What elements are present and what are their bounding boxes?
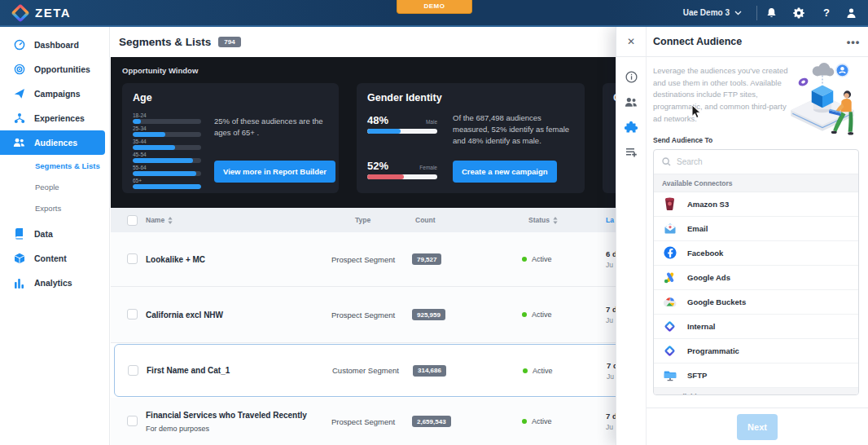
count-badge: 2,659,543 [412,416,451,427]
connector-label: Internal [687,322,715,331]
sort-icon [168,217,173,224]
top-navbar: ZETA DEMO Uae Demo 3 ? [0,0,868,27]
connector-label: Programmatic [687,346,739,355]
audience-people-icon[interactable] [625,95,638,108]
column-header-last-modified[interactable]: La [606,208,614,232]
connector-item-email[interactable]: Email [654,217,858,241]
column-header-count[interactable]: Count [415,208,436,232]
gender-bar-chart: 48%Male 52%Female [367,114,437,179]
segment-count-badge: 794 [218,37,240,47]
connectors-puzzle-icon[interactable] [625,121,638,134]
google-buckets-icon [663,295,677,309]
info-icon[interactable] [625,70,638,83]
mouse-cursor [691,104,701,122]
sidebar-item-label: Audiences [34,138,77,148]
sidebar-item-experiences[interactable]: Experiences [0,106,109,130]
view-report-builder-button[interactable]: View more in Report Builder [214,161,335,183]
sidebar-item-audiences[interactable]: Audiences [0,130,105,155]
zeta-diamond-icon [663,344,677,358]
sidebar-item-campaigns[interactable]: Campaigns [0,82,109,106]
zeta-logo[interactable]: ZETA [0,4,71,22]
column-header-name[interactable]: Name [146,208,173,232]
user-badge-icon [836,64,848,77]
brand-name: ZETA [35,6,71,20]
connector-item-google-ads[interactable]: Google Ads [654,266,858,290]
sftp-icon [663,368,677,382]
user-profile-icon[interactable] [840,0,868,25]
segment-name: California excl NHW [146,287,223,342]
connector-item-amazon-s3[interactable]: Amazon S3 [654,192,858,217]
row-checkbox[interactable] [127,416,138,426]
segment-name: Lookalike + MC [146,232,205,286]
campaigns-icon [13,88,25,99]
row-checkbox[interactable] [127,309,138,319]
connector-item-sftp[interactable]: SFTP [654,363,858,388]
demo-button[interactable]: DEMO [397,0,472,14]
connector-item-facebook[interactable]: Facebook [654,241,858,266]
count-badge: 314,686 [413,365,446,377]
segment-name: First Name and Cat_1 [147,345,230,396]
segment-subtitle: For demo purposes [146,425,209,433]
sidebar-subitem-label: People [35,183,59,192]
status-dot [522,419,527,424]
male-percent: 48% [367,114,388,126]
next-button[interactable]: Next [737,414,778,440]
row-checkbox[interactable] [127,253,138,264]
create-campaign-button[interactable]: Create a new campaign [453,161,557,183]
status-text: Active [532,417,552,425]
row-checkbox[interactable] [128,365,138,376]
sidebar-item-opportunities[interactable]: Opportunities [0,57,109,82]
more-options-icon[interactable]: ••• [839,36,868,48]
notifications-bell-icon[interactable] [757,0,785,25]
drawer-header: ✕ Connect Audience ••• [616,27,868,57]
sidebar-subitem-segments-lists[interactable]: Segments & Lists [0,155,109,176]
connector-item-google-buckets[interactable]: Google Buckets [654,290,858,315]
age-bar-chart: 18-24 25-34 35-44 45-54 55-64 65+ [133,112,201,191]
drawer-title: Connect Audience [647,36,839,47]
column-header-type[interactable]: Type [355,208,370,232]
sidebar-item-content[interactable]: Content [0,246,109,271]
sidebar-item-dashboard[interactable]: Dashboard [0,33,109,57]
connectors-list: Available Connectors Amazon S3 Email [653,149,859,395]
sidebar-subitem-people[interactable]: People [0,176,109,197]
sidebar-item-analytics[interactable]: Analytics [0,271,109,295]
status-dot [523,368,528,373]
account-switcher[interactable]: Uae Demo 3 [683,8,756,17]
chevron-down-icon [734,11,742,15]
age-tick-label: 25-34 [133,126,201,131]
sidebar-item-data[interactable]: Data [0,222,109,246]
sidebar-item-label: Campaigns [34,89,81,99]
close-icon[interactable]: ✕ [616,27,647,56]
select-all-checkbox[interactable] [127,215,138,226]
drawer-icon-rail [616,57,647,445]
help-icon[interactable]: ? [813,0,840,25]
status-dot [522,257,527,262]
sidebar-item-label: Content [34,253,67,263]
list-plus-icon[interactable] [625,146,638,159]
analytics-icon [13,278,25,289]
unavailable-connectors-header: Unavailable Connectors [654,388,858,395]
male-label: Male [426,119,437,125]
age-card-title: Age [133,92,328,104]
sidebar-subitem-exports[interactable]: Exports [0,197,109,218]
search-input[interactable] [677,157,823,166]
last-modified-date: Ju [606,316,613,324]
opportunities-icon [13,64,25,75]
connector-item-programmatic[interactable]: Programmatic [654,339,858,363]
connector-search[interactable] [654,150,858,174]
app-window: ZETA DEMO Uae Demo 3 ? [0,0,868,445]
sidebar-item-label: Data [34,229,53,239]
audiences-icon [13,138,25,148]
connector-item-internal[interactable]: Internal [654,315,858,339]
segment-name: Financial Services who Traveled Recently [146,411,307,420]
female-percent: 52% [367,160,388,172]
age-card: Age 18-24 25-34 35-44 45-54 55-64 65+ 25… [122,83,339,193]
account-name: Uae Demo 3 [683,8,730,17]
settings-gear-icon[interactable] [785,0,813,25]
available-connectors-header: Available Connectors [654,174,858,192]
zeta-diamond-icon [663,319,677,333]
column-header-status[interactable]: Status [528,208,558,232]
connect-audience-drawer: ✕ Connect Audience ••• [616,27,868,445]
help-glyph: ? [823,7,830,19]
age-tick-label: 55-64 [133,165,201,170]
